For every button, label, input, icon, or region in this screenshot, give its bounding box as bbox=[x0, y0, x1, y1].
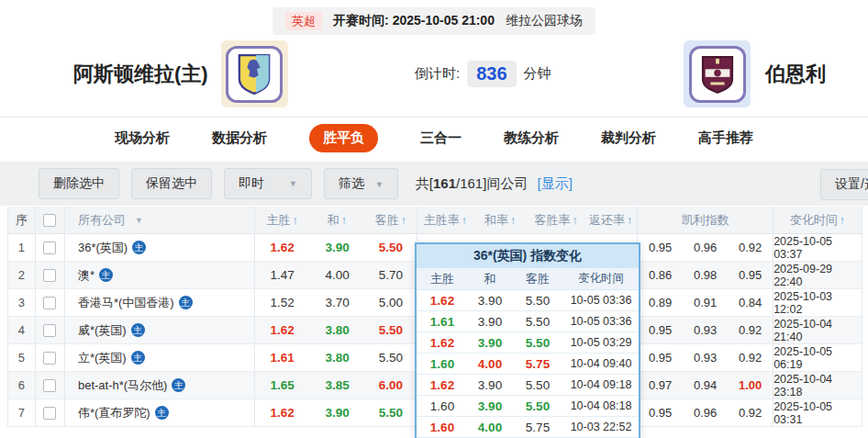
home-team-logo bbox=[221, 40, 288, 107]
header-company[interactable]: 所有公司 ▼ bbox=[65, 207, 255, 233]
header-draw-rate[interactable]: 和率↑ bbox=[473, 207, 528, 233]
sort-asc-icon: ↑ bbox=[401, 213, 407, 227]
league-badge: 英超 bbox=[285, 12, 322, 30]
popup-row: 1.60 3.90 5.50 10-04 08:18 bbox=[417, 396, 639, 417]
company-cell[interactable]: 澳* 主 bbox=[65, 262, 255, 288]
row-checkbox[interactable] bbox=[43, 241, 56, 254]
popup-change-time: 10-05 03:29 bbox=[563, 336, 639, 349]
change-time-cell: 2025-10-03 12:02 bbox=[773, 289, 862, 316]
away-odds: 5.70 bbox=[365, 262, 418, 288]
company-name: bet-at-h*(马尔他) bbox=[78, 377, 168, 394]
home-badge-icon: 主 bbox=[131, 323, 145, 337]
popup-change-time: 10-04 09:18 bbox=[563, 378, 639, 391]
row-checkbox[interactable] bbox=[43, 297, 56, 309]
sort-asc-icon: ↑ bbox=[840, 213, 846, 227]
odds-table-header: 序 所有公司 ▼ 主胜↑ 和↑ 客胜↑ 主胜率↑ 和率↑ 客胜率↑ 返还率↑ 凯… bbox=[8, 207, 862, 234]
kelly-cell: 0.95 0.96 0.92 bbox=[638, 399, 773, 426]
home-odds: 1.65 bbox=[255, 372, 310, 399]
draw-odds: 3.70 bbox=[310, 289, 365, 316]
show-link[interactable]: [显示] bbox=[538, 175, 573, 191]
delete-selected-button[interactable]: 删除选中 bbox=[39, 168, 119, 199]
chevron-down-icon: ▼ bbox=[135, 216, 143, 225]
popup-draw-odds: 3.90 bbox=[468, 399, 512, 413]
company-name: 澳* bbox=[78, 267, 95, 284]
row-checkbox[interactable] bbox=[43, 269, 56, 282]
home-odds: 1.47 bbox=[255, 262, 310, 288]
sort-asc-icon: ↑ bbox=[292, 213, 298, 227]
kelly-cell: 0.95 0.93 0.92 bbox=[638, 344, 773, 371]
select-all-checkbox[interactable] bbox=[43, 214, 56, 227]
change-time-cell: 2025-10-05 03:31 bbox=[773, 399, 862, 426]
popup-row: 1.60 4.00 5.75 10-04 09:40 bbox=[417, 354, 639, 375]
tab[interactable]: 现场分析 bbox=[115, 129, 170, 147]
burnley-crest-icon bbox=[700, 53, 735, 95]
header-away-odds[interactable]: 客胜↑ bbox=[365, 207, 418, 233]
home-badge-icon: 主 bbox=[132, 241, 146, 254]
row-checkbox[interactable] bbox=[43, 352, 56, 365]
away-odds: 5.50 bbox=[365, 344, 418, 371]
popup-away-odds: 5.75 bbox=[512, 421, 563, 434]
away-team-name: 伯恩利 bbox=[765, 61, 826, 88]
draw-odds: 3.90 bbox=[310, 399, 365, 426]
home-odds: 1.62 bbox=[255, 317, 310, 343]
settings-button[interactable]: 设置/选 bbox=[820, 169, 868, 200]
popup-home-odds: 1.62 bbox=[417, 336, 468, 350]
kelly-cell: 0.86 0.98 0.95 bbox=[638, 262, 773, 288]
header-draw-odds[interactable]: 和↑ bbox=[310, 207, 365, 233]
header-return-rate[interactable]: 返还率↑ bbox=[584, 207, 638, 233]
popup-header: 主胜 和 客胜 变化时间 bbox=[417, 268, 639, 290]
company-cell[interactable]: 香港马*(中国香港) 主 bbox=[65, 289, 255, 316]
popup-draw-odds: 3.90 bbox=[468, 294, 512, 308]
popup-change-time: 10-05 03:36 bbox=[563, 315, 639, 328]
home-odds: 1.52 bbox=[255, 289, 310, 316]
tab[interactable]: 三合一 bbox=[420, 129, 462, 147]
popup-away-odds: 5.50 bbox=[512, 378, 563, 392]
row-index: 2 bbox=[8, 262, 36, 288]
popup-away-odds: 5.50 bbox=[512, 336, 563, 350]
popup-draw-odds: 3.90 bbox=[468, 315, 512, 329]
company-cell[interactable]: 立*(英国) 主 bbox=[65, 344, 255, 371]
company-name: 伟*(直布罗陀) bbox=[78, 405, 150, 421]
change-time-cell: 2025-09-29 22:40 bbox=[773, 262, 862, 288]
company-cell[interactable]: 36*(英国) 主 bbox=[65, 234, 255, 261]
time-filter-select[interactable]: 即时 ▼ bbox=[224, 168, 312, 199]
header-change-time[interactable]: 变化时间↑ bbox=[773, 207, 862, 233]
popup-away-odds: 5.50 bbox=[512, 399, 563, 413]
header-home-rate[interactable]: 主胜率↑ bbox=[417, 207, 473, 233]
filter-select[interactable]: 筛选 ▼ bbox=[324, 168, 398, 199]
row-checkbox[interactable] bbox=[43, 324, 56, 337]
draw-odds: 3.85 bbox=[310, 372, 365, 399]
popup-change-time: 10-04 09:40 bbox=[563, 357, 639, 370]
company-cell[interactable]: 威*(英国) 主 bbox=[65, 317, 255, 343]
row-checkbox[interactable] bbox=[43, 379, 56, 392]
company-cell[interactable]: bet-at-h*(马尔他) 主 bbox=[65, 372, 255, 399]
popup-draw-odds: 3.90 bbox=[468, 378, 512, 392]
change-time-cell: 2025-10-04 21:40 bbox=[773, 317, 862, 343]
sort-asc-icon: ↑ bbox=[627, 213, 633, 227]
tab[interactable]: 高手推荐 bbox=[698, 129, 753, 147]
header-away-rate[interactable]: 客胜率↑ bbox=[528, 207, 584, 233]
draw-odds: 3.80 bbox=[310, 344, 365, 371]
popup-row: 1.60 4.00 5.75 10-03 22:52 bbox=[417, 417, 639, 438]
kelly-cell: 0.89 0.91 0.84 bbox=[638, 289, 773, 316]
home-badge-icon: 主 bbox=[131, 351, 145, 365]
tab[interactable]: 裁判分析 bbox=[601, 129, 656, 147]
venue: 维拉公园球场 bbox=[506, 13, 583, 29]
row-index: 4 bbox=[8, 317, 36, 343]
tab[interactable]: 胜平负 bbox=[309, 124, 378, 152]
row-checkbox[interactable] bbox=[43, 407, 56, 420]
header-home-odds[interactable]: 主胜↑ bbox=[255, 207, 310, 233]
popup-body: 1.62 3.90 5.50 10-05 03:36 1.61 3.90 5.5… bbox=[417, 290, 639, 438]
match-info-bar: 英超 开赛时间: 2025-10-05 21:00 维拉公园球场 bbox=[273, 7, 595, 35]
company-cell[interactable]: 伟*(直布罗陀) 主 bbox=[65, 399, 255, 426]
tab[interactable]: 教练分析 bbox=[504, 129, 559, 147]
change-time-cell: 2025-10-05 06:19 bbox=[773, 344, 862, 371]
countdown: 倒计时: 836 分钟 bbox=[415, 40, 551, 107]
home-badge-icon: 主 bbox=[155, 406, 169, 420]
tab[interactable]: 数据分析 bbox=[212, 129, 267, 147]
company-name: 威*(英国) bbox=[78, 322, 127, 339]
row-index: 7 bbox=[8, 399, 36, 426]
popup-home-odds: 1.61 bbox=[417, 315, 468, 329]
away-odds: 5.50 bbox=[365, 317, 418, 343]
keep-selected-button[interactable]: 保留选中 bbox=[131, 168, 212, 199]
